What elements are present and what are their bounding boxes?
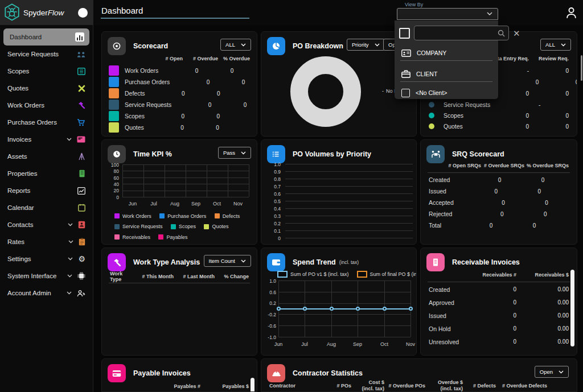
credit-card-icon xyxy=(108,364,126,382)
card-title: Payable Invoices xyxy=(133,369,191,377)
legend-item[interactable]: Work Orders xyxy=(114,213,151,219)
chevron-down-icon xyxy=(241,151,246,155)
card-scrollbar[interactable] xyxy=(570,270,574,346)
sidebar-item-label: Dashboard xyxy=(10,34,75,40)
spyderflow-logo-icon xyxy=(3,3,20,22)
chevron-down-icon xyxy=(68,223,73,226)
card-contractor-statistics: Contractor Statistics Open Contractor # … xyxy=(261,358,577,392)
table-header: Receivables #Receivables $ xyxy=(421,270,577,280)
chevron-down-icon xyxy=(68,240,73,244)
table-row: Scopes00 xyxy=(102,110,257,122)
legend-item[interactable]: Quotes xyxy=(204,224,228,229)
legend-item[interactable]: Service Requests xyxy=(114,224,163,229)
status-circle[interactable] xyxy=(78,8,88,18)
work-type-filter-select[interactable]: Item Count xyxy=(204,255,251,267)
po-breakdown-filter1-select[interactable]: Priority xyxy=(347,39,385,51)
sidebar-item-account-admin[interactable]: Account Admin xyxy=(0,284,93,302)
option-checkbox[interactable] xyxy=(401,89,410,97)
target-icon xyxy=(108,37,126,55)
sidebar-item-reports[interactable]: Reports xyxy=(0,182,93,199)
table-header: # Open# Overdue% Overdue xyxy=(102,53,257,64)
series-dot xyxy=(429,123,434,129)
table-row: Defects00 xyxy=(102,88,257,99)
contact-card-icon xyxy=(78,221,85,229)
table-header: Contractor # POs Cost $(incl. tax) # Ove… xyxy=(261,379,577,392)
card-title: Spend Trend xyxy=(293,258,336,266)
series-swatch xyxy=(109,122,119,133)
table-header: Work Type# This Month# Last Month% Chang… xyxy=(102,271,257,281)
select-all-checkbox[interactable] xyxy=(399,28,410,39)
sidebar-item-quotes[interactable]: Quotes xyxy=(0,80,93,97)
view-by-option-company[interactable]: COMPANY xyxy=(401,47,494,59)
card-scrollbar[interactable] xyxy=(251,378,254,392)
chevron-down-icon xyxy=(487,12,492,16)
legend-item[interactable]: Payables xyxy=(158,234,187,240)
sidebar-item-invoices[interactable]: Invoices xyxy=(0,131,93,148)
sidebar-item-contacts[interactable]: Contacts xyxy=(0,216,93,233)
legend-item[interactable]: Defects xyxy=(215,213,240,219)
series-swatch xyxy=(109,77,119,87)
table-row: Quotes00 xyxy=(102,122,257,133)
legend-item[interactable]: Purchase Orders xyxy=(159,213,206,219)
card-title: PO Breakdown xyxy=(293,42,343,50)
view-by-option-no-client[interactable]: <No Client> xyxy=(401,86,494,99)
data-status-filter-select[interactable]: ALL xyxy=(540,39,571,51)
service-requests-icon xyxy=(77,51,85,58)
scorecard-filter-select[interactable]: ALL xyxy=(220,39,251,51)
calendar-icon xyxy=(78,204,85,212)
table-row: Approved00.00 xyxy=(421,296,577,309)
invoice-card-icon xyxy=(77,136,85,143)
table-row: Accepted00 xyxy=(421,197,577,208)
data-point xyxy=(330,307,334,311)
card-po-breakdown: PO Breakdown Priority Open - No Data xyxy=(261,31,417,137)
view-by-select[interactable] xyxy=(397,8,498,20)
scopes-icon xyxy=(77,68,85,75)
donut-chart-empty xyxy=(290,56,361,127)
receipt-icon xyxy=(426,253,445,271)
contractor-filter-select[interactable]: Open xyxy=(535,366,569,378)
sidebar-item-dashboard[interactable]: Dashboard xyxy=(3,28,89,46)
legend-item[interactable]: Scopes xyxy=(171,224,196,229)
chart-icon xyxy=(77,187,85,195)
clear-search-icon[interactable]: ✕ xyxy=(513,29,520,38)
card-title: Receivable Invoices xyxy=(452,258,520,266)
clock-icon xyxy=(108,145,126,163)
table-row: Created00.00 xyxy=(421,283,577,296)
table-row: Issued00.00 xyxy=(421,309,577,322)
sidebar-item-rates[interactable]: Rates xyxy=(0,233,93,250)
table-row: Rejected00 xyxy=(421,208,577,220)
series-dot xyxy=(429,113,434,118)
legend-item[interactable]: Receivables xyxy=(114,234,150,240)
sidebar-item-scopes[interactable]: Scopes xyxy=(0,63,93,80)
time-kpi-filter-select[interactable]: Pass xyxy=(218,147,251,159)
antenna-icon xyxy=(78,152,85,160)
table-row: Service Requests00 xyxy=(102,99,257,110)
dashboard-icon xyxy=(75,32,84,42)
sidebar-item-properties[interactable]: Properties xyxy=(0,165,93,182)
user-profile-button[interactable] xyxy=(564,5,580,21)
sidebar-item-settings[interactable]: Settings ⚙ xyxy=(0,250,93,267)
data-point xyxy=(409,307,413,311)
sidebar-item-purchase-orders[interactable]: Purchase Orders xyxy=(0,114,93,131)
search-input[interactable] xyxy=(418,30,495,37)
series-swatch xyxy=(109,65,119,76)
legend-item[interactable]: Sum of PO v1 $ (incl. tax) xyxy=(277,271,349,278)
chevron-down-icon xyxy=(241,43,246,47)
title-underline xyxy=(101,18,249,19)
id-card-icon xyxy=(401,49,411,57)
chevron-down-icon xyxy=(375,43,380,47)
sidebar-item-system-interface[interactable]: System Interface xyxy=(0,267,93,284)
data-point xyxy=(356,307,360,311)
view-by-option-client[interactable]: CLIENT xyxy=(401,68,494,80)
legend-item[interactable]: Sum of final PO $ (incl. tax) xyxy=(357,271,417,278)
page-title: Dashboard xyxy=(101,6,143,15)
sidebar-item-calendar[interactable]: Calendar xyxy=(0,199,93,216)
chevron-down-icon xyxy=(561,43,566,47)
table-header: # Open SRQs# Overdue SRQs% Overdue SRQs xyxy=(421,160,577,171)
sidebar-item-assets[interactable]: Assets xyxy=(0,148,93,165)
sidebar-item-service-requests[interactable]: Service Requests xyxy=(0,46,93,63)
page-scrollbar[interactable] xyxy=(581,55,582,81)
table-row: On Hold00.00 xyxy=(421,322,577,335)
sidebar-item-work-orders[interactable]: Work Orders xyxy=(0,97,93,114)
pie-chart-icon xyxy=(267,37,285,55)
